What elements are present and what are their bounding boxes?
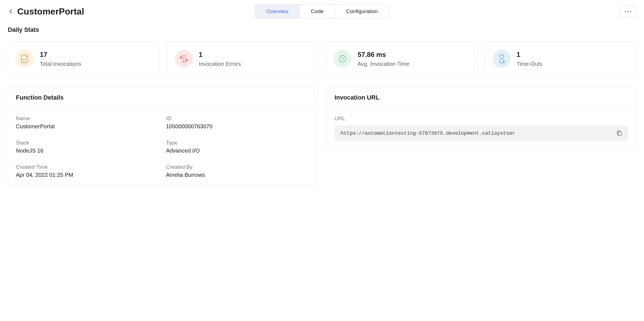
daily-stats-heading: Daily Stats: [8, 26, 636, 33]
detail-value: 105000000763070: [166, 123, 309, 130]
detail-label: Type: [166, 140, 309, 146]
chevron-left-icon: [9, 9, 12, 14]
detail-value: NodeJS 16: [16, 148, 159, 154]
more-dot-icon: [630, 11, 631, 12]
function-details-grid: Name CustomerPortal ID 105000000763070 S…: [16, 115, 309, 178]
stat-label: Total Invocations: [40, 61, 81, 67]
detail-item: Name CustomerPortal: [16, 115, 159, 130]
stat-label: Time-Outs: [517, 61, 543, 67]
detail-label: Created Time: [16, 164, 159, 170]
stat-card-invocations: 17 Total Invocations: [8, 41, 160, 76]
tab-overview[interactable]: Overview: [255, 5, 300, 18]
stat-value: 1: [517, 51, 543, 59]
stats-row: 17 Total Invocations 1 Invocation Errors…: [8, 41, 636, 76]
function-details-card: Function Details Name CustomerPortal ID …: [8, 88, 318, 186]
copy-button[interactable]: [617, 131, 622, 136]
stat-value: 17: [40, 51, 81, 59]
stat-card-timeouts: 1 Time-Outs: [485, 41, 636, 76]
card-title: Invocation URL: [335, 94, 628, 101]
stat-value: 57.86 ms: [358, 51, 409, 59]
stat-label: Avg. Invocation Time: [358, 61, 409, 67]
detail-label: Name: [16, 115, 159, 122]
page-title: CustomerPortal: [17, 6, 84, 17]
more-dot-icon: [625, 11, 626, 12]
detail-value: Amelia Burrows: [166, 172, 309, 178]
back-button[interactable]: [8, 9, 13, 14]
detail-value: CustomerPortal: [16, 123, 159, 130]
card-title: Function Details: [16, 94, 309, 101]
detail-value: Apr 04, 2022 01:25 PM: [16, 172, 159, 178]
detail-item: Created By Amelia Burrows: [166, 164, 309, 178]
stat-value: 1: [199, 51, 241, 59]
header-row: CustomerPortal Overview Code Configurati…: [8, 6, 636, 17]
detail-value: Advanced I/O: [166, 148, 309, 154]
tabs: Overview Code Configuration: [255, 4, 389, 18]
tab-code[interactable]: Code: [300, 5, 335, 18]
svg-rect-3: [618, 132, 621, 136]
tab-configuration[interactable]: Configuration: [335, 5, 389, 18]
hourglass-x-icon: [493, 50, 511, 68]
stat-card-errors: 1 Invocation Errors: [167, 41, 319, 76]
invocation-url-card: Invocation URL URL https://automationtes…: [326, 88, 636, 149]
detail-item: Created Time Apr 04, 2022 01:25 PM: [16, 164, 159, 178]
more-dot-icon: [627, 11, 629, 12]
card-header: Invocation URL: [327, 88, 636, 108]
detail-item: Type Advanced I/O: [166, 140, 309, 154]
stat-card-avg-time: 57.86 ms Avg. Invocation Time: [326, 41, 477, 76]
more-menu-button[interactable]: [619, 6, 636, 17]
url-label: URL: [335, 115, 628, 122]
detail-item: Stack NodeJS 16: [16, 140, 159, 154]
detail-item: ID 105000000763070: [166, 115, 309, 130]
url-box: https://automationtesting-57673975.devel…: [335, 125, 628, 141]
detail-label: Created By: [166, 164, 309, 170]
url-value: https://automationtesting-57673975.devel…: [341, 131, 613, 136]
svg-point-1: [184, 60, 184, 61]
detail-label: Stack: [16, 140, 159, 146]
error-retry-icon: [175, 50, 193, 68]
card-header: Function Details: [8, 88, 317, 108]
copy-icon: [617, 131, 622, 136]
details-row: Function Details Name CustomerPortal ID …: [8, 88, 636, 186]
detail-label: ID: [166, 115, 309, 122]
stat-label: Invocation Errors: [199, 61, 241, 67]
file-icon: [16, 50, 34, 68]
clock-icon: [334, 50, 352, 68]
